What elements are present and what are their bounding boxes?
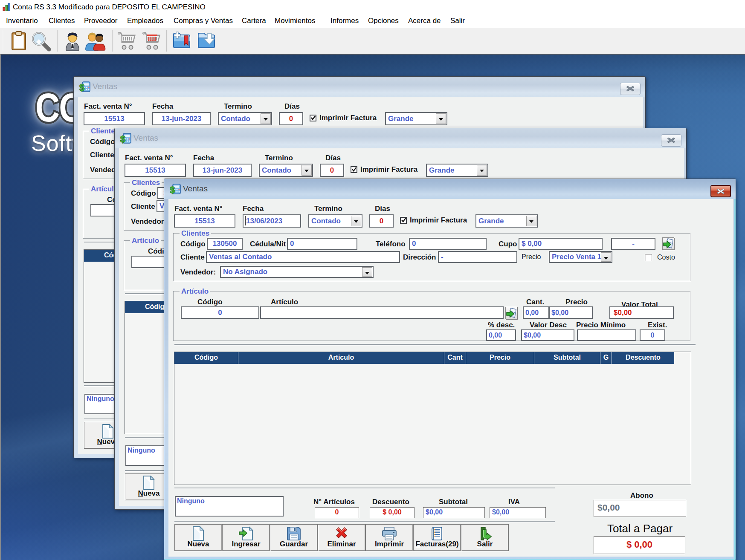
svg-text:$: $ xyxy=(170,185,175,195)
svg-text:$: $ xyxy=(79,82,84,92)
svg-text:$: $ xyxy=(120,134,125,144)
